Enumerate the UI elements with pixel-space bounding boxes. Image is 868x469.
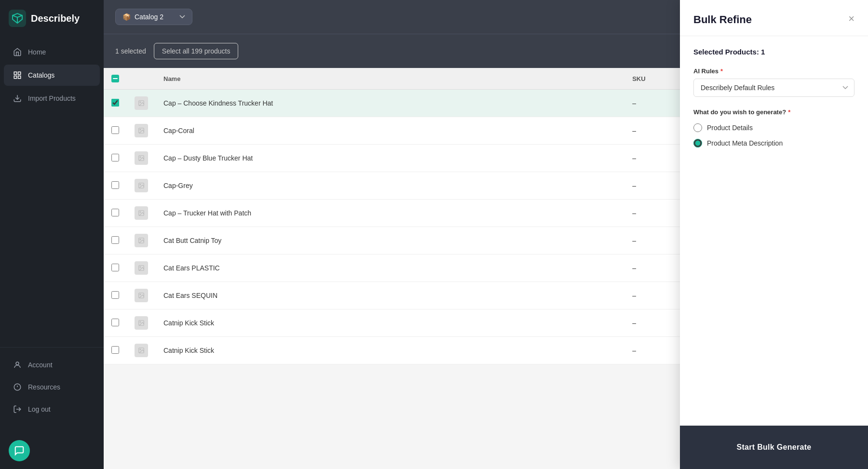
sidebar-item-import-products[interactable]: Import Products: [4, 88, 100, 109]
sidebar-item-home[interactable]: Home: [4, 41, 100, 63]
ai-rules-field-label: AI Rules *: [693, 67, 854, 75]
import-icon: [13, 94, 22, 103]
product-thumbnail: [135, 206, 148, 220]
row-image-cell: [127, 172, 156, 200]
row-checkbox-cell[interactable]: [104, 145, 127, 172]
sidebar-item-account-label: Account: [28, 361, 53, 369]
product-meta-description-label: Product Meta Description: [707, 139, 783, 147]
start-bulk-generate-button[interactable]: Start Bulk Generate: [693, 435, 854, 459]
row-checkbox-cell[interactable]: [104, 90, 127, 117]
chat-bubble[interactable]: [9, 440, 30, 461]
row-name: Cap-Grey: [156, 172, 624, 200]
sidebar: Describely Home Catalogs Import Products: [0, 0, 104, 469]
required-star-ai-rules: *: [720, 67, 723, 75]
svg-point-21: [140, 129, 141, 130]
product-meta-description-option[interactable]: Product Meta Description: [693, 139, 854, 147]
row-name: Catnip Kick Stick: [156, 337, 624, 364]
product-thumbnail: [135, 151, 148, 165]
row-checkbox[interactable]: [111, 181, 119, 189]
row-checkbox-cell[interactable]: [104, 227, 127, 255]
row-name: Cap-Coral: [156, 117, 624, 145]
svg-point-7: [16, 362, 19, 365]
catalogs-icon: [13, 70, 22, 80]
panel-title: Bulk Refine: [693, 13, 752, 26]
resources-icon: [13, 382, 22, 392]
row-checkbox[interactable]: [111, 99, 119, 107]
row-image-cell: [127, 200, 156, 227]
row-name: Cap – Trucker Hat with Patch: [156, 200, 624, 227]
panel-footer: Start Bulk Generate: [680, 426, 868, 469]
svg-rect-4: [14, 76, 16, 79]
selected-count: 1 selected: [115, 47, 146, 55]
app-name: Describely: [31, 13, 80, 24]
svg-point-35: [140, 322, 141, 322]
sidebar-item-catalogs[interactable]: Catalogs: [4, 65, 100, 86]
product-thumbnail: [135, 316, 148, 330]
row-image-cell: [127, 227, 156, 255]
row-checkbox[interactable]: [111, 346, 119, 354]
catalog-dropdown[interactable]: 📦 Catalog 2: [115, 9, 192, 25]
row-checkbox[interactable]: [111, 126, 119, 134]
row-checkbox[interactable]: [111, 209, 119, 216]
svg-rect-3: [18, 72, 21, 74]
row-name: Catnip Kick Stick: [156, 309, 624, 337]
row-image-cell: [127, 117, 156, 145]
row-name: Cat Ears SEQUIN: [156, 282, 624, 309]
row-checkbox-cell[interactable]: [104, 172, 127, 200]
select-all-button[interactable]: Select all 199 products: [154, 43, 239, 59]
row-checkbox-cell[interactable]: [104, 282, 127, 309]
name-column-header: Name: [156, 68, 624, 90]
sidebar-nav: Home Catalogs Import Products: [0, 37, 104, 347]
home-icon: [13, 47, 22, 57]
svg-point-33: [140, 294, 141, 295]
row-checkbox-cell[interactable]: [104, 309, 127, 337]
row-checkbox-cell[interactable]: [104, 117, 127, 145]
product-thumbnail: [135, 261, 148, 275]
row-name: Cat Butt Catnip Toy: [156, 227, 624, 255]
svg-point-31: [140, 267, 141, 268]
account-icon: [13, 360, 22, 370]
row-image-cell: [127, 309, 156, 337]
row-name: Cat Ears PLASTIC: [156, 255, 624, 282]
row-checkbox-cell[interactable]: [104, 200, 127, 227]
svg-rect-2: [14, 72, 16, 74]
svg-rect-5: [18, 76, 21, 79]
svg-point-27: [140, 212, 141, 213]
product-thumbnail: [135, 179, 148, 192]
select-all-header[interactable]: [104, 68, 127, 90]
row-checkbox[interactable]: [111, 154, 119, 161]
sidebar-item-import-label: Import Products: [28, 94, 76, 102]
row-image-cell: [127, 255, 156, 282]
indeterminate-checkbox[interactable]: [111, 75, 119, 82]
row-name: Cap – Choose Kindness Trucker Hat: [156, 90, 624, 117]
sidebar-item-logout-label: Log out: [28, 405, 51, 413]
sidebar-item-resources[interactable]: Resources: [4, 376, 100, 398]
product-thumbnail: [135, 234, 148, 247]
close-panel-button[interactable]: ×: [848, 13, 854, 24]
row-image-cell: [127, 337, 156, 364]
sidebar-item-account[interactable]: Account: [4, 354, 100, 375]
sidebar-bottom: Account Resources Log out: [0, 347, 104, 432]
row-checkbox[interactable]: [111, 264, 119, 271]
logout-icon: [13, 404, 22, 414]
svg-point-19: [140, 102, 141, 103]
svg-point-29: [140, 239, 141, 240]
product-meta-description-radio[interactable]: [693, 139, 702, 147]
bulk-refine-panel: Bulk Refine × Selected Products: 1 AI Ru…: [680, 0, 868, 469]
row-checkbox[interactable]: [111, 236, 119, 244]
row-checkbox[interactable]: [111, 291, 119, 299]
sidebar-item-logout[interactable]: Log out: [4, 399, 100, 420]
catalog-dropdown-label: Catalog 2: [135, 13, 163, 21]
row-checkbox-cell[interactable]: [104, 255, 127, 282]
row-checkbox-cell[interactable]: [104, 337, 127, 364]
svg-point-23: [140, 157, 141, 158]
product-thumbnail: [135, 289, 148, 302]
row-checkbox[interactable]: [111, 319, 119, 326]
image-column-header: [127, 68, 156, 90]
product-details-radio[interactable]: [693, 123, 702, 132]
product-details-option[interactable]: Product Details: [693, 123, 854, 132]
row-image-cell: [127, 282, 156, 309]
svg-point-25: [140, 184, 141, 185]
ai-rules-select[interactable]: Describely Default Rules: [693, 79, 854, 97]
required-star-generate: *: [788, 108, 790, 116]
